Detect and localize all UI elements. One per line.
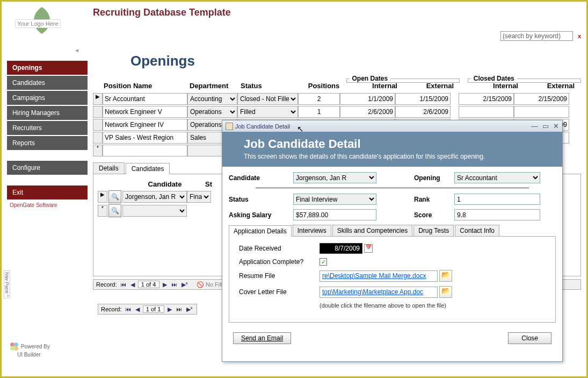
sidebar-item-reports[interactable]: Reports: [7, 136, 88, 150]
cover-browse-icon[interactable]: 📂: [439, 286, 452, 298]
tab-details[interactable]: Details: [93, 162, 125, 174]
cell-closed-internal[interactable]: [459, 106, 514, 118]
subrow-selector[interactable]: ▶: [98, 191, 107, 203]
score-field[interactable]: [454, 209, 540, 220]
main-nav-new-icon[interactable]: ▶*: [180, 281, 189, 288]
nav-first-icon[interactable]: ⏮: [124, 306, 132, 312]
cell-dept[interactable]: Operations: [187, 106, 237, 118]
record-position[interactable]: [143, 305, 164, 313]
subrow-selector-new[interactable]: *: [98, 205, 107, 217]
cell-status[interactable]: Filled: [237, 106, 298, 118]
nav-last-icon[interactable]: ⏭: [175, 306, 183, 312]
cell-count[interactable]: [298, 106, 340, 118]
cell-dept[interactable]: Accounting: [187, 93, 237, 105]
main-nav-prev-icon[interactable]: ◀: [129, 281, 136, 288]
subtab-drug-tests[interactable]: Drug Tests: [413, 225, 454, 236]
cell-open-internal[interactable]: [340, 106, 395, 118]
cell-open-external[interactable]: [395, 93, 451, 105]
col-internal-closed: Internal: [466, 82, 522, 90]
cell-position[interactable]: [103, 119, 187, 131]
cell-closed-external[interactable]: [514, 93, 569, 105]
cell-status[interactable]: Closed - Not Filled: [237, 93, 298, 105]
status-field[interactable]: Final Interview: [293, 194, 376, 205]
nav-pane-label[interactable]: Nav Pane ^: [4, 270, 10, 298]
nav-next-icon[interactable]: ▶: [166, 306, 173, 313]
resume-browse-icon[interactable]: 📂: [439, 270, 452, 282]
label-asking: Asking Salary: [229, 211, 293, 219]
close-button[interactable]: Close: [508, 332, 551, 344]
label-date-received: Date Received: [239, 245, 320, 252]
row-selector[interactable]: ▶: [93, 93, 103, 105]
label-cover: Cover Letter File: [239, 288, 320, 296]
col-status: Status: [241, 82, 302, 90]
row-selector[interactable]: [93, 106, 103, 118]
cell-open-external[interactable]: [395, 106, 451, 118]
svg-point-3: [14, 346, 18, 351]
sidebar-item-configure[interactable]: Configure: [7, 161, 88, 175]
modal-titlebar[interactable]: Job Candidate Detail — ▭ ✕: [222, 120, 562, 132]
col-external-open: External: [402, 82, 458, 90]
row-selector-new[interactable]: *: [93, 145, 103, 156]
candidate-select-new[interactable]: [122, 205, 187, 217]
page-title: Openings: [130, 53, 581, 69]
svg-point-1: [14, 343, 18, 347]
tab-candidates[interactable]: Candidates: [126, 163, 170, 174]
rank-field[interactable]: [454, 194, 540, 205]
cover-file-link[interactable]: top\Marketing\Marketplace App.doc: [320, 287, 438, 298]
main-nav-next-icon[interactable]: ▶: [162, 281, 168, 288]
calendar-icon[interactable]: 📅: [364, 244, 373, 253]
cell-closed-external[interactable]: [514, 106, 569, 118]
sidebar-item-campaigns[interactable]: Campaigns: [7, 91, 88, 105]
cell-position[interactable]: [103, 106, 187, 118]
sidebar-item-hiring-managers[interactable]: Hiring Managers: [7, 106, 88, 120]
cell-open-internal[interactable]: [340, 93, 395, 105]
closed-dates-legend: Closed Dates: [471, 75, 517, 82]
modal-title: Job Candidate Detail: [235, 123, 290, 130]
modal-maximize-icon[interactable]: ▭: [542, 122, 549, 130]
lookup-button[interactable]: 🔍: [108, 190, 121, 203]
sidebar-item-exit[interactable]: Exit: [7, 186, 88, 199]
subtab-application-details[interactable]: Application Details: [229, 225, 292, 237]
sidebar-item-openings[interactable]: Openings: [7, 61, 88, 75]
subtab-interviews[interactable]: Interviews: [293, 225, 331, 236]
cell-position-new[interactable]: [103, 145, 187, 156]
nav-new-icon[interactable]: ▶*: [185, 306, 194, 313]
label-rank: Rank: [414, 196, 454, 203]
nav-prev-icon[interactable]: ◀: [134, 306, 141, 313]
subtab-contact-info[interactable]: Contact Info: [455, 225, 499, 236]
sidebar-item-candidates[interactable]: Candidates: [7, 76, 88, 90]
lookup-button-new[interactable]: 🔍: [108, 204, 121, 217]
candidate-select[interactable]: Jorgenson, Jan R: [122, 191, 187, 203]
sidebar-item-recruiters[interactable]: Recruiters: [7, 121, 88, 135]
candidate-status-select[interactable]: Final: [187, 191, 211, 203]
open-dates-legend: Open Dates: [350, 75, 391, 82]
candidate-field[interactable]: Jorgenson, Jan R: [293, 172, 376, 183]
search-input[interactable]: [500, 31, 573, 41]
app-complete-checkbox[interactable]: ✓: [320, 258, 327, 266]
row-selector[interactable]: [93, 132, 103, 144]
cell-closed-internal[interactable]: [459, 93, 514, 105]
col-positions: Positions: [302, 82, 345, 90]
date-received-field[interactable]: [320, 243, 362, 254]
main-nav-first-icon[interactable]: ⏮: [119, 281, 127, 288]
opengate-link[interactable]: OpenGate Software: [7, 202, 88, 208]
opening-field[interactable]: Sr Accountant: [454, 172, 540, 183]
cell-position[interactable]: [103, 132, 187, 144]
main-record-position[interactable]: [138, 281, 159, 288]
job-candidate-detail-modal: Job Candidate Detail — ▭ ✕ Job Candidate…: [222, 120, 563, 362]
modal-form-icon: [226, 123, 233, 130]
cell-position[interactable]: [103, 93, 187, 105]
cell-count[interactable]: [298, 93, 340, 105]
main-nav-last-icon[interactable]: ⏭: [170, 281, 178, 288]
asking-salary-field[interactable]: [293, 209, 376, 220]
powered-icon: [10, 342, 19, 352]
modal-minimize-icon[interactable]: —: [531, 122, 538, 130]
resume-file-link[interactable]: re\Desktop\Sample Mail Merge.docx: [320, 270, 438, 282]
row-selector[interactable]: [93, 119, 103, 131]
powered-by: Powered By UI Builder: [10, 342, 50, 358]
modal-close-icon[interactable]: ✕: [553, 122, 559, 130]
search-clear-icon[interactable]: x: [578, 33, 581, 39]
sidebar-collapse-icon[interactable]: ◄: [74, 47, 79, 53]
subtab-skills[interactable]: Skills and Competencies: [332, 225, 412, 236]
send-email-button[interactable]: Send an Email: [233, 332, 291, 344]
